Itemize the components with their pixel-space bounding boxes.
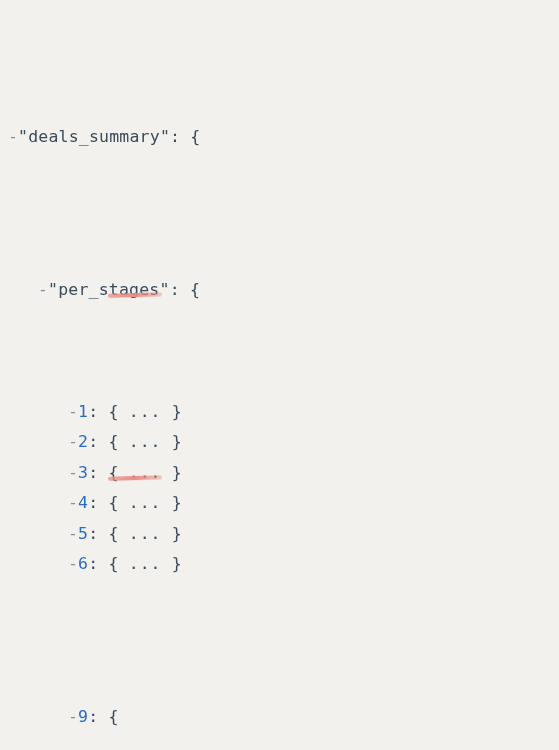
node-stage-1[interactable]: -1: { ... } bbox=[8, 397, 559, 428]
ellipsis[interactable]: ... bbox=[129, 524, 162, 543]
collapse-icon[interactable]: - bbox=[38, 275, 48, 306]
ellipsis[interactable]: ... bbox=[129, 463, 162, 482]
node-stage-9[interactable]: -9: { bbox=[8, 702, 559, 733]
expand-icon[interactable]: - bbox=[68, 427, 78, 458]
node-stage-4[interactable]: -4: { ... } bbox=[8, 488, 559, 519]
expand-icon[interactable]: - bbox=[68, 549, 78, 580]
expand-icon[interactable]: - bbox=[68, 519, 78, 550]
key-stage: 3 bbox=[78, 463, 88, 482]
ellipsis[interactable]: ... bbox=[129, 493, 162, 512]
node-stage-3[interactable]: -3: { ... } bbox=[8, 458, 559, 489]
node-deals-summary[interactable]: -"deals_summary": { bbox=[8, 122, 559, 153]
ellipsis[interactable]: ... bbox=[129, 432, 162, 451]
node-stage-6[interactable]: -6: { ... } bbox=[8, 549, 559, 580]
key-stage: 1 bbox=[78, 402, 88, 421]
key-stage: 6 bbox=[78, 554, 88, 573]
key-stage: 5 bbox=[78, 524, 88, 543]
collapse-icon[interactable]: - bbox=[8, 122, 18, 153]
ellipsis[interactable]: ... bbox=[129, 402, 162, 421]
key-deals-summary: deals_summary bbox=[28, 127, 160, 146]
key-stage-9: 9 bbox=[78, 707, 88, 726]
expand-icon[interactable]: - bbox=[68, 397, 78, 428]
key-stage: 2 bbox=[78, 432, 88, 451]
collapse-icon[interactable]: - bbox=[68, 702, 78, 733]
node-per-stages[interactable]: -"per_stages": { bbox=[8, 275, 559, 306]
key-per-stages: per_stages bbox=[58, 280, 159, 299]
key-stage: 4 bbox=[78, 493, 88, 512]
ellipsis[interactable]: ... bbox=[129, 554, 162, 573]
node-stage-5[interactable]: -5: { ... } bbox=[8, 519, 559, 550]
node-stage-2[interactable]: -2: { ... } bbox=[8, 427, 559, 458]
json-viewer: -"deals_summary": { -"per_stages": { -1:… bbox=[0, 0, 559, 750]
expand-icon[interactable]: - bbox=[68, 458, 78, 489]
expand-icon[interactable]: - bbox=[68, 488, 78, 519]
